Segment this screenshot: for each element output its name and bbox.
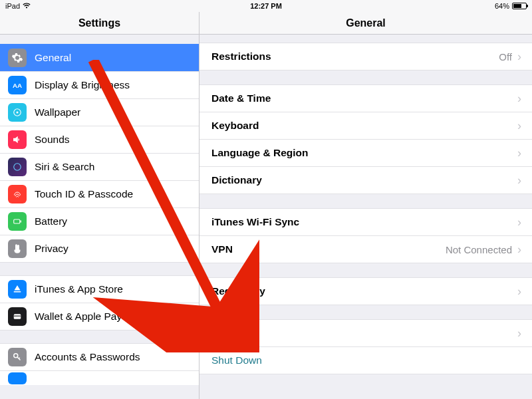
siri-icon bbox=[8, 158, 27, 176]
sidebar-item-label: Touch ID & Passcode bbox=[35, 188, 133, 200]
gear-icon bbox=[8, 49, 27, 67]
sidebar-item-siri[interactable]: Siri & Search bbox=[0, 153, 199, 181]
detail-item-restrictions[interactable]: Restrictions Off › bbox=[200, 43, 532, 70]
wifi-icon bbox=[23, 3, 31, 9]
battery-percent: 64% bbox=[495, 2, 509, 10]
detail-item-label: iTunes Wi-Fi Sync bbox=[211, 216, 517, 228]
sidebar-item-wallpaper[interactable]: Wallpaper bbox=[0, 98, 199, 126]
status-bar: iPad 12:27 PM 64% bbox=[0, 0, 532, 12]
sidebar-item-label: Wallpaper bbox=[35, 106, 80, 118]
chevron-right-icon: › bbox=[517, 174, 521, 188]
chevron-right-icon: › bbox=[517, 327, 521, 340]
svg-rect-7 bbox=[14, 316, 21, 317]
chevron-right-icon: › bbox=[517, 119, 521, 133]
detail-item-language-region[interactable]: Language & Region › bbox=[200, 139, 532, 167]
sidebar-group: iTunes & App Store Wallet & Apple Pay bbox=[0, 275, 199, 331]
detail-item-keyboard[interactable]: Keyboard › bbox=[200, 112, 532, 140]
chevron-right-icon: › bbox=[517, 146, 521, 160]
sidebar-item-battery[interactable]: Battery bbox=[0, 207, 199, 235]
sidebar-group: General AA Display & Brightness Wallpape… bbox=[0, 44, 199, 263]
sidebar: General AA Display & Brightness Wallpape… bbox=[0, 35, 200, 399]
sidebar-item-display[interactable]: AA Display & Brightness bbox=[0, 71, 199, 99]
sidebar-item-label: Sounds bbox=[35, 134, 70, 146]
detail-item-label: Keyboard bbox=[211, 120, 517, 132]
chevron-right-icon: › bbox=[517, 215, 521, 229]
chevron-right-icon: › bbox=[517, 92, 521, 106]
detail-item-label: VPN bbox=[211, 243, 446, 255]
chevron-right-icon: › bbox=[517, 50, 521, 64]
sounds-icon bbox=[8, 130, 27, 149]
sidebar-item-label: Accounts & Passwords bbox=[35, 351, 140, 363]
detail-item-label: Language & Region bbox=[211, 147, 517, 159]
detail-item-reset[interactable]: set › bbox=[200, 319, 532, 347]
sidebar-item-touchid[interactable]: Touch ID & Passcode bbox=[0, 180, 199, 208]
sidebar-item-label: Siri & Search bbox=[35, 161, 94, 173]
header-titles: Settings General bbox=[0, 12, 532, 35]
sidebar-item-label: Display & Brightness bbox=[35, 79, 130, 91]
fingerprint-icon bbox=[8, 185, 27, 203]
wallet-icon bbox=[8, 307, 27, 326]
svg-point-2 bbox=[17, 112, 19, 114]
detail-item-label: Date & Time bbox=[211, 92, 517, 104]
device-label: iPad bbox=[5, 2, 20, 10]
sidebar-item-general[interactable]: General bbox=[0, 44, 199, 72]
detail-item-vpn[interactable]: VPN Not Connected › bbox=[200, 235, 532, 263]
sidebar-item-privacy[interactable]: Privacy bbox=[0, 235, 199, 263]
hand-icon bbox=[8, 239, 27, 258]
sidebar-item-accounts[interactable]: Accounts & Passwords bbox=[0, 343, 199, 371]
sidebar-item-wallet[interactable]: Wallet & Apple Pay bbox=[0, 303, 199, 331]
svg-rect-5 bbox=[21, 221, 22, 223]
detail-item-label: Dictionary bbox=[211, 174, 517, 186]
detail-item-value: Not Connected bbox=[446, 244, 512, 255]
svg-point-8 bbox=[14, 354, 18, 358]
appstore-icon bbox=[8, 280, 27, 299]
detail-group: set › Shut Down bbox=[200, 319, 532, 374]
detail-item-value: Off bbox=[499, 51, 512, 63]
detail-title: General bbox=[200, 12, 532, 34]
detail-group: Date & Time › Keyboard › Language & Regi… bbox=[200, 84, 532, 194]
detail-item-dictionary[interactable]: Dictionary › bbox=[200, 166, 532, 194]
mail-icon bbox=[8, 372, 27, 384]
sidebar-item-label: Privacy bbox=[35, 243, 68, 255]
sidebar-item-mail[interactable] bbox=[0, 370, 199, 385]
wallpaper-icon bbox=[8, 103, 27, 122]
detail-item-label: Shut Down bbox=[211, 354, 521, 366]
battery-icon bbox=[512, 3, 527, 9]
detail-group: Regulatory › bbox=[200, 277, 532, 305]
chevron-right-icon: › bbox=[517, 243, 521, 257]
detail-item-label: Restrictions bbox=[211, 51, 499, 63]
battery-icon bbox=[8, 212, 27, 231]
sidebar-item-label: iTunes & App Store bbox=[35, 283, 123, 295]
detail-item-itunes-wifi[interactable]: iTunes Wi-Fi Sync › bbox=[200, 208, 532, 236]
svg-point-3 bbox=[14, 164, 21, 171]
detail-panel: Restrictions Off › Date & Time › Keyboar… bbox=[200, 35, 532, 399]
sidebar-title: Settings bbox=[0, 12, 200, 34]
svg-rect-4 bbox=[14, 219, 20, 223]
key-icon bbox=[8, 348, 27, 366]
clock: 12:27 PM bbox=[250, 2, 282, 10]
detail-item-label: Regulatory bbox=[211, 285, 517, 297]
svg-text:AA: AA bbox=[13, 82, 22, 89]
detail-item-label: set bbox=[222, 327, 517, 339]
sidebar-group: Accounts & Passwords bbox=[0, 343, 199, 385]
sidebar-item-itunes[interactable]: iTunes & App Store bbox=[0, 275, 199, 303]
detail-item-shut-down[interactable]: Shut Down bbox=[200, 346, 532, 374]
sidebar-item-label: General bbox=[35, 52, 71, 64]
chevron-right-icon: › bbox=[517, 285, 521, 299]
brightness-icon: AA bbox=[8, 76, 27, 94]
detail-item-regulatory[interactable]: Regulatory › bbox=[200, 277, 532, 305]
detail-group: Restrictions Off › bbox=[200, 43, 532, 70]
detail-group: iTunes Wi-Fi Sync › VPN Not Connected › bbox=[200, 208, 532, 263]
detail-item-date-time[interactable]: Date & Time › bbox=[200, 84, 532, 112]
sidebar-item-label: Battery bbox=[35, 215, 67, 227]
sidebar-item-label: Wallet & Apple Pay bbox=[35, 311, 122, 323]
sidebar-item-sounds[interactable]: Sounds bbox=[0, 126, 199, 154]
